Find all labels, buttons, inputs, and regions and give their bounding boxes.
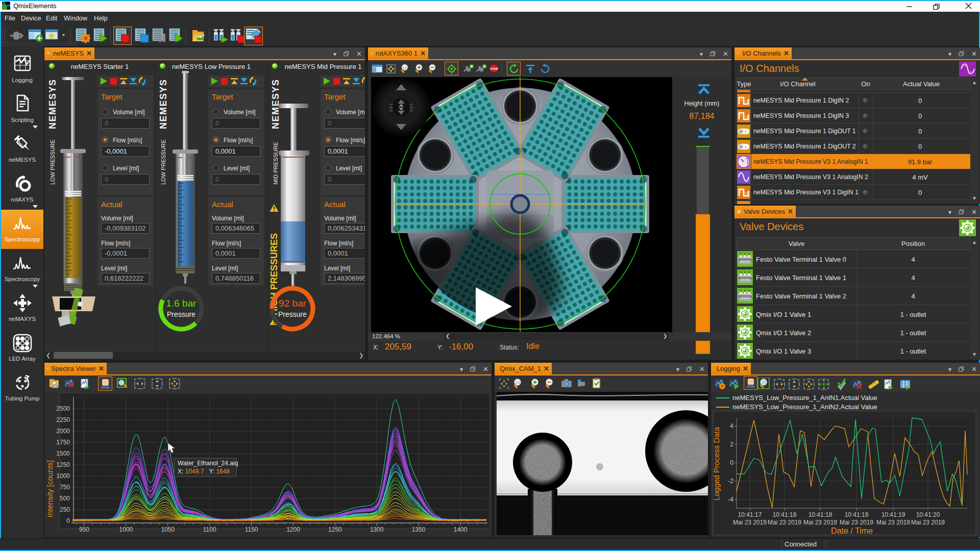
svg-text:10:41:19: 10:41:19 xyxy=(881,511,905,518)
svg-text:Mai 23 2019: Mai 23 2019 xyxy=(911,519,945,526)
svg-text:1050: 1050 xyxy=(161,526,175,533)
svg-text:Date / Time: Date / Time xyxy=(831,527,873,535)
svg-text:2250: 2250 xyxy=(56,416,70,423)
svg-text:Mai 23 2019: Mai 23 2019 xyxy=(876,519,910,526)
svg-text:1000: 1000 xyxy=(119,526,133,533)
svg-text:2: 2 xyxy=(730,441,733,448)
svg-text:Mai 23 2019: Mai 23 2019 xyxy=(768,519,801,526)
svg-text:10:41:18: 10:41:18 xyxy=(773,511,797,518)
svg-text:1200: 1200 xyxy=(286,526,300,533)
svg-text:10:41:19: 10:41:19 xyxy=(845,511,869,518)
svg-text:1100: 1100 xyxy=(203,526,216,533)
svg-text:Mai 23 2019: Mai 23 2019 xyxy=(803,519,837,526)
svg-text:1250: 1250 xyxy=(328,526,342,533)
svg-text:1300: 1300 xyxy=(370,526,384,533)
svg-text:Mai 23 2019: Mai 23 2019 xyxy=(733,519,767,526)
svg-text:1150: 1150 xyxy=(245,526,258,533)
svg-text:10:41:20: 10:41:20 xyxy=(916,511,940,518)
svg-text:1.6 bar: 1.6 bar xyxy=(166,298,197,309)
svg-text:750: 750 xyxy=(60,484,70,491)
svg-text:10:41:17: 10:41:17 xyxy=(738,511,762,518)
svg-text:2500: 2500 xyxy=(56,405,70,412)
svg-text:Logged Process Data: Logged Process Data xyxy=(712,427,721,500)
svg-text:250: 250 xyxy=(60,506,70,513)
svg-text:360: 360 xyxy=(371,53,373,54)
svg-text:1:1: 1:1 xyxy=(403,66,407,69)
svg-text:2000: 2000 xyxy=(56,428,70,435)
svg-text:1500: 1500 xyxy=(56,450,70,457)
svg-text:1:1: 1:1 xyxy=(515,381,520,384)
svg-text:X: 1049.7 Y: 1648: X: 1049.7 Y: 1648 xyxy=(178,468,230,475)
svg-text:-4: -4 xyxy=(728,496,733,503)
svg-text:1250: 1250 xyxy=(56,461,70,468)
svg-text:STOP: STOP xyxy=(490,67,498,70)
svg-text:0: 0 xyxy=(66,517,70,524)
svg-text:Mai 23 2019: Mai 23 2019 xyxy=(840,519,873,526)
svg-text:950: 950 xyxy=(79,526,89,533)
svg-text:1400: 1400 xyxy=(454,526,468,533)
svg-text:Pressure: Pressure xyxy=(278,310,307,318)
svg-text:Water_Ethanol_24.aiq: Water_Ethanol_24.aiq xyxy=(178,460,238,467)
svg-text:Intensity [counts]: Intensity [counts] xyxy=(45,460,54,518)
svg-text:500: 500 xyxy=(60,495,70,502)
svg-text:-2: -2 xyxy=(728,478,733,485)
svg-text:4: 4 xyxy=(730,422,733,430)
svg-text:0: 0 xyxy=(730,459,733,466)
svg-text:92 bar: 92 bar xyxy=(279,298,307,309)
svg-text:1350: 1350 xyxy=(412,526,426,533)
svg-text:1000: 1000 xyxy=(56,472,70,480)
svg-text:10:41:18: 10:41:18 xyxy=(808,511,832,518)
svg-text:1750: 1750 xyxy=(56,439,70,446)
svg-text:Pressure: Pressure xyxy=(167,310,195,318)
